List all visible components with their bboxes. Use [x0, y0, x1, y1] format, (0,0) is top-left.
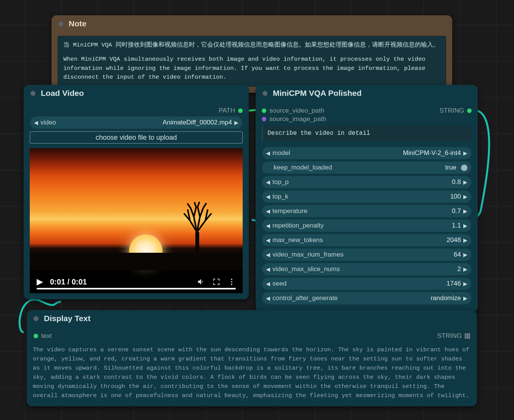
toggle-icon[interactable] [461, 165, 467, 171]
param-value: 0.7 [452, 207, 461, 215]
load-video-node[interactable]: Load Video PATH ◀ video AnimateDiff_0000… [24, 85, 249, 299]
input-image-port[interactable]: source_image_path [262, 115, 326, 123]
param-video-max-num-frames[interactable]: ◀video_max_num_frames64▶ [262, 248, 472, 261]
volume-icon[interactable] [197, 278, 205, 286]
param-value: 100 [450, 193, 461, 200]
video-select-value: AnimateDiff_00002.mp4 [163, 119, 232, 126]
arrow-left-icon[interactable]: ◀ [266, 237, 270, 243]
arrow-right-icon[interactable]: ▶ [463, 237, 467, 243]
arrow-left-icon[interactable]: ◀ [266, 194, 270, 200]
svg-point-3 [231, 284, 232, 285]
arrow-right-icon[interactable]: ▶ [463, 150, 467, 156]
param-video-max-slice-nums[interactable]: ◀video_max_slice_nums2▶ [262, 263, 472, 276]
param-value: true [445, 164, 456, 171]
param-value: 2 [458, 265, 461, 273]
arrow-left-icon[interactable]: ◀ [266, 252, 270, 258]
param-top-k[interactable]: ◀top_k100▶ [262, 190, 472, 203]
more-icon[interactable] [227, 278, 236, 286]
arrow-right-icon[interactable]: ▶ [463, 266, 467, 272]
note-body[interactable]: 当 MiniCPM VQA 同时接收到图像和视频信息时，它会仅处理视频信息而忽略… [58, 36, 446, 87]
param-label: top_k [272, 193, 288, 200]
param-label: repetition_penalty [272, 222, 324, 229]
param-value: randomize [431, 294, 461, 302]
grid-icon[interactable] [465, 333, 470, 339]
param-label: max_new_tokens [272, 236, 323, 244]
port-dot-icon[interactable] [34, 334, 38, 338]
input-image-label: source_image_path [269, 115, 326, 123]
arrow-right-icon[interactable]: ▶ [463, 179, 467, 185]
port-dot-icon[interactable] [262, 108, 266, 113]
output-string-port[interactable]: STRING [437, 332, 470, 340]
prompt-input[interactable]: Describe the video in detail [262, 126, 472, 141]
load-video-header[interactable]: Load Video [24, 85, 249, 102]
arrow-right-icon[interactable]: ▶ [234, 120, 238, 126]
display-text-header[interactable]: Display Text [27, 310, 477, 327]
params-list: ◀modelMiniCPM-V-2_6-int4▶keep_model_load… [262, 147, 472, 305]
param-temperature[interactable]: ◀temperature0.7▶ [262, 205, 472, 218]
param-keep-model-loaded[interactable]: keep_model_loadedtrue [262, 161, 472, 174]
param-value: 64 [454, 251, 461, 258]
collapse-dot-icon[interactable] [263, 91, 267, 96]
collapse-dot-icon[interactable] [58, 21, 63, 26]
fullscreen-icon[interactable] [212, 278, 221, 286]
note-text-cn: 当 MiniCPM VQA 同时接收到图像和视频信息时，它会仅处理视频信息而忽略… [63, 41, 440, 50]
arrow-left-icon[interactable]: ◀ [34, 120, 38, 126]
arrow-left-icon[interactable]: ◀ [266, 223, 270, 229]
vqa-header[interactable]: MiniCPM VQA Polished [256, 85, 478, 102]
param-value: 1.1 [452, 222, 461, 229]
vqa-title: MiniCPM VQA Polished [273, 89, 362, 98]
seek-bar[interactable] [37, 288, 236, 289]
arrow-left-icon[interactable]: ◀ [266, 150, 270, 156]
arrow-right-icon[interactable]: ▶ [463, 281, 467, 287]
param-model[interactable]: ◀modelMiniCPM-V-2_6-int4▶ [262, 147, 472, 160]
arrow-right-icon[interactable]: ▶ [463, 208, 467, 214]
output-string-label: STRING [440, 107, 464, 115]
param-label: top_p [272, 178, 289, 186]
param-repetition-penalty[interactable]: ◀repetition_penalty1.1▶ [262, 219, 472, 232]
arrow-right-icon[interactable]: ▶ [463, 295, 467, 301]
param-label: temperature [272, 207, 308, 215]
arrow-left-icon[interactable]: ◀ [266, 281, 270, 287]
arrow-left-icon[interactable]: ◀ [266, 179, 270, 185]
output-string-port[interactable]: STRING [440, 107, 472, 115]
collapse-dot-icon[interactable] [31, 91, 35, 96]
arrow-right-icon[interactable]: ▶ [463, 194, 467, 200]
arrow-left-icon[interactable]: ◀ [266, 208, 270, 214]
param-seed[interactable]: ◀seed1746▶ [262, 277, 472, 290]
arrow-right-icon[interactable]: ▶ [463, 223, 467, 229]
video-time: 0:01 / 0:01 [50, 278, 87, 286]
video-controls: ▶ 0:01 / 0:01 [30, 270, 243, 293]
param-label: video_max_slice_nums [272, 265, 340, 273]
video-preview[interactable]: ▶ 0:01 / 0:01 [30, 148, 243, 293]
param-control-after-generate[interactable]: ◀control_after_generaterandomize▶ [262, 292, 472, 305]
note-header[interactable]: Note [52, 15, 452, 32]
input-video-label: source_video_path [269, 107, 324, 115]
ground [30, 253, 243, 270]
input-video-port[interactable]: source_video_path [262, 107, 326, 115]
arrow-right-icon[interactable]: ▶ [463, 252, 467, 258]
param-label: model [272, 149, 290, 157]
param-max-new-tokens[interactable]: ◀max_new_tokens2048▶ [262, 234, 472, 247]
arrow-left-icon[interactable]: ◀ [266, 266, 270, 272]
collapse-dot-icon[interactable] [34, 316, 39, 321]
choose-file-button[interactable]: choose video file to upload [30, 131, 243, 144]
arrow-left-icon[interactable]: ◀ [266, 295, 270, 301]
svg-point-1 [231, 279, 232, 280]
note-node[interactable]: Note 当 MiniCPM VQA 同时接收到图像和视频信息时，它会仅处理视频… [52, 15, 452, 93]
input-text-port[interactable]: text [34, 332, 52, 340]
display-text-body: The video captures a serene sunset scene… [33, 345, 471, 400]
port-dot-icon[interactable] [262, 117, 266, 121]
param-top-p[interactable]: ◀top_p0.8▶ [262, 176, 472, 189]
vqa-node[interactable]: MiniCPM VQA Polished source_video_path s… [256, 85, 478, 312]
load-video-title: Load Video [41, 89, 84, 98]
display-text-title: Display Text [44, 314, 90, 323]
note-title: Note [69, 19, 87, 28]
svg-rect-0 [195, 232, 199, 255]
play-icon[interactable]: ▶ [37, 277, 43, 287]
display-text-node[interactable]: Display Text text STRING The video captu… [27, 310, 477, 406]
port-dot-icon[interactable] [238, 108, 243, 113]
port-dot-icon[interactable] [467, 108, 472, 113]
video-select[interactable]: ◀ video AnimateDiff_00002.mp4 ▶ [30, 116, 243, 129]
output-path-port[interactable]: PATH [30, 107, 243, 115]
param-value: 2048 [446, 236, 461, 244]
